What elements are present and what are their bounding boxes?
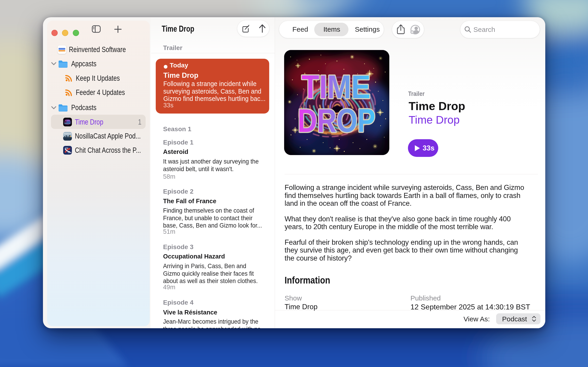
svg-text:TIME: TIME xyxy=(302,69,371,105)
svg-text:Chat: Chat xyxy=(68,152,71,153)
svg-text:Chit: Chit xyxy=(65,147,68,149)
svg-text:TIME: TIME xyxy=(65,119,70,122)
svg-text:DROP: DROP xyxy=(64,122,71,125)
svg-text:NosillaCast: NosillaCast xyxy=(64,133,71,134)
svg-text:DROP: DROP xyxy=(298,102,375,139)
